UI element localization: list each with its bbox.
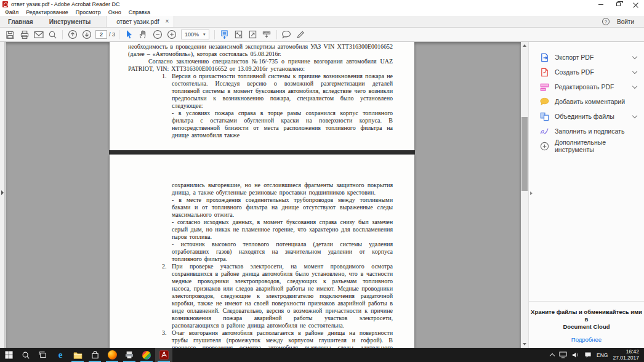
tools-panel-item-label: Создать PDF — [555, 68, 594, 76]
chevron-down-icon[interactable] — [632, 54, 637, 58]
chevron-down-icon[interactable] — [632, 68, 637, 73]
tools-panel-item-fill-sign[interactable]: Заполнить и подписать — [539, 124, 637, 139]
tools-panel-item-add-comment[interactable]: Добавить комментарий — [539, 94, 637, 109]
toolbar-separator — [62, 30, 63, 39]
tab-tools[interactable]: Инструменты — [41, 16, 99, 27]
collapse-panel-icon[interactable] — [530, 191, 533, 195]
taskbar-item-fax-scan[interactable] — [121, 348, 138, 362]
menu-help[interactable]: Справка — [125, 9, 154, 15]
toolbar-separator — [214, 30, 215, 39]
select-tool-icon[interactable] — [122, 28, 136, 41]
taskbar-item-file-explorer[interactable] — [69, 348, 86, 362]
list-number: 1. — [162, 73, 172, 139]
chevron-down-icon[interactable] — [632, 83, 637, 88]
windows-taskbar: e ENG 16:42 — [0, 348, 644, 362]
measure-tool-icon[interactable] — [260, 28, 274, 41]
taskbar-item-browser[interactable] — [138, 348, 155, 362]
tools-panel-item-label: Редактировать PDF — [555, 83, 614, 90]
zoom-level-value: 100% — [185, 31, 199, 38]
tab-document[interactable]: ответ уазик.pdf × — [106, 16, 174, 27]
tools-panel-item-combine-files[interactable]: Объединить файлы — [539, 109, 637, 124]
acrobat-reader-window: ответ уазик.pdf - Adobe Acrobat Reader D… — [0, 0, 644, 362]
print-icon[interactable] — [17, 28, 31, 41]
next-page-icon[interactable] — [79, 28, 94, 41]
doc-list-item-1: 1. Версия о причастности топливной систе… — [162, 73, 393, 139]
task-view-button[interactable] — [34, 348, 52, 362]
close-button[interactable] — [627, 0, 644, 9]
vertical-scrollbar[interactable] — [521, 42, 528, 348]
tools-panel-item-edit-pdf[interactable]: Редактировать PDF — [539, 79, 637, 94]
zoom-out-icon[interactable] — [150, 28, 164, 41]
hand-tool-icon[interactable] — [136, 28, 150, 41]
zoom-in-icon[interactable] — [164, 28, 179, 41]
list-number — [162, 182, 172, 263]
minimize-button[interactable] — [592, 0, 610, 9]
document-cloud-promo: Храните файлы и обменивайтесь ими в Docu… — [529, 301, 644, 343]
tab-bar: Главная Инструменты ответ уазик.pdf × ? … — [0, 16, 644, 28]
language-indicator[interactable]: ENG — [597, 352, 608, 358]
taskbar-clock[interactable]: 16:42 27.01.2017 — [613, 349, 639, 361]
scrolling-mode-icon[interactable] — [217, 28, 231, 41]
window-title: ответ уазик.pdf - Adobe Acrobat Reader D… — [11, 1, 119, 7]
doc-paragraph: - в месте прохождения соединительных тру… — [172, 196, 393, 219]
chevron-down-icon: ▾ — [203, 32, 206, 37]
search-icon[interactable] — [46, 28, 60, 41]
sign-in-button[interactable]: Войти — [617, 18, 634, 25]
restore-button[interactable] — [610, 0, 627, 9]
taskbar-search-button[interactable] — [17, 348, 34, 362]
doc-paragraph: - в условиях пожара справа в торце рамы … — [172, 110, 393, 139]
volume-icon[interactable] — [572, 350, 579, 361]
open-nav-pane-icon[interactable] — [1, 190, 4, 195]
email-icon[interactable] — [31, 28, 46, 41]
fit-page-icon[interactable] — [231, 28, 246, 41]
tab-home[interactable]: Главная — [0, 16, 41, 27]
menu-file[interactable]: Файл — [1, 9, 22, 15]
menu-view[interactable]: Просмотр — [72, 9, 105, 15]
save-icon[interactable] — [3, 28, 17, 41]
comment-bubble-icon[interactable] — [280, 28, 294, 41]
zoom-to-page-icon[interactable] — [246, 28, 260, 41]
previous-page-icon[interactable] — [65, 28, 79, 41]
tray-expand-icon[interactable] — [550, 353, 555, 358]
tools-panel-item-create-pdf[interactable]: Создать PDF — [539, 65, 637, 79]
taskbar-item-store[interactable] — [86, 348, 103, 362]
navigation-pane-strip[interactable] — [0, 42, 5, 348]
network-icon[interactable] — [559, 350, 567, 361]
tools-panel-item-more-tools[interactable]: Дополнительные инструменты — [539, 139, 637, 153]
doc-list-item-1-continued: сохранились выгоревшие, но не отслоившие… — [162, 182, 393, 263]
taskbar-item-firefox[interactable] — [103, 348, 121, 362]
learn-more-link[interactable]: Подробнее — [529, 336, 644, 343]
scrollbar-thumb[interactable] — [521, 117, 528, 191]
close-document-icon[interactable]: × — [165, 18, 169, 25]
scroll-up-icon[interactable] — [523, 44, 526, 47]
clock-date: 27.01.2017 — [613, 355, 639, 361]
page-number-input[interactable] — [95, 30, 107, 39]
doc-paragraph: сохранились выгоревшие, но не отслоившие… — [172, 182, 393, 196]
doc-list-item-3: 3. Очаг возгорания автомобиля располагае… — [162, 329, 393, 348]
zoom-level-dropdown[interactable]: 100% ▾ — [181, 30, 209, 39]
tools-panel-item-label: Заполнить и подписать — [555, 127, 624, 135]
action-center-icon[interactable] — [584, 350, 592, 361]
taskbar-item-edge[interactable]: e — [52, 348, 69, 362]
title-bar: ответ уазик.pdf - Adobe Acrobat Reader D… — [0, 0, 644, 9]
start-button[interactable] — [0, 348, 17, 362]
menu-window[interactable]: Окно — [105, 9, 125, 15]
pencil-annotate-icon[interactable] — [294, 28, 308, 41]
doc-paragraph: необходимость в проведении независимой э… — [128, 43, 393, 58]
help-icon[interactable]: ? — [602, 18, 610, 25]
cloud-promo-line1: Храните файлы и обменивайтесь ими в — [529, 308, 644, 323]
chevron-down-icon[interactable] — [632, 113, 637, 118]
scroll-down-icon[interactable] — [523, 343, 526, 345]
menu-edit[interactable]: Редактирование — [22, 9, 72, 15]
document-view[interactable]: необходимость в проведении независимой э… — [6, 42, 521, 348]
tools-panel-item-label: Экспорт PDF — [555, 54, 594, 61]
page-separator — [109, 150, 415, 155]
tools-panel-item-label: Объединить файлы — [555, 113, 614, 120]
doc-paragraph: Согласно заключению специалистов №16/-73… — [128, 58, 393, 73]
doc-paragraph: Версия о причастности топливной системы … — [172, 73, 393, 110]
export-pdf-icon — [539, 52, 549, 62]
doc-paragraph: Очаг возгорания автомобиля располагается… — [172, 329, 393, 348]
taskbar-item-acrobat[interactable] — [155, 348, 172, 362]
menu-bar: Файл Редактирование Просмотр Окно Справк… — [0, 9, 644, 16]
tools-panel-item-export-pdf[interactable]: Экспорт PDF — [539, 50, 637, 65]
